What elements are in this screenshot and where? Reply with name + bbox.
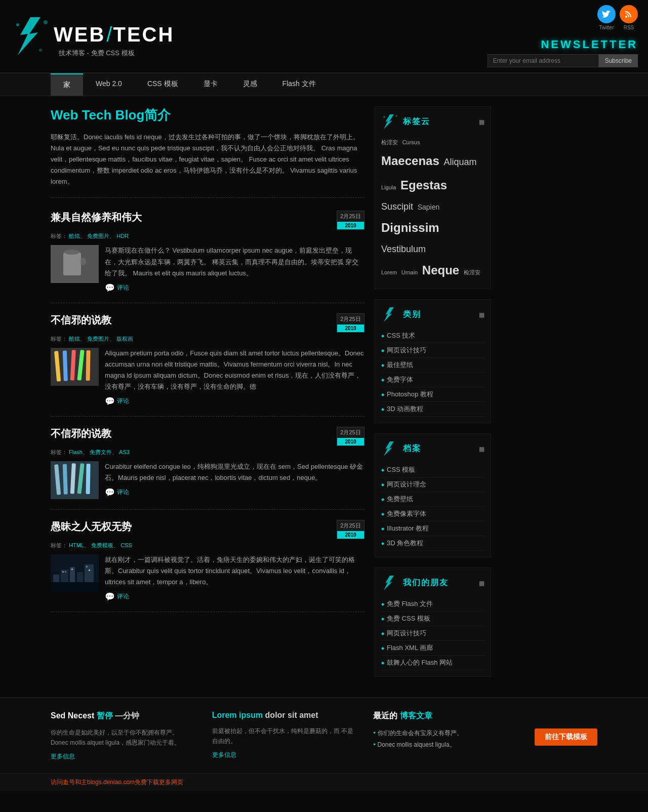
tag-jian2[interactable]: 检淫安 [464, 269, 480, 275]
nav-item-web20[interactable]: Web 2.0 [83, 73, 135, 96]
friend-flashsite-link[interactable]: 鼓舞人心的 Flash 网站 [387, 658, 453, 667]
comment-icon: 💬 [105, 488, 115, 497]
category-list: CSS 技术 网页设计技巧 最佳壁纸 免费字体 Photoshop 教程 3D … [381, 329, 484, 417]
tag-vestibulum[interactable]: Vestibulum [381, 244, 426, 254]
footer-col-1: Sed Necest 暂停 —分钟 你的生命是如此美好，以至于你不配拥有尊严。 … [51, 711, 197, 761]
tag-aliquam[interactable]: Aliquam [443, 157, 476, 167]
twitter-icon[interactable] [597, 5, 616, 23]
article-1-comment-link[interactable]: 💬 评论 [105, 283, 364, 293]
nav-link-inspiration[interactable]: 灵感 [230, 73, 270, 95]
tag-neque[interactable]: Neque [422, 263, 459, 277]
comment-icon: 💬 [105, 396, 115, 406]
nav-item-css[interactable]: CSS 模板 [135, 73, 191, 96]
svg-marker-38 [384, 576, 394, 590]
tag-link[interactable]: AS3 [119, 449, 130, 455]
tag-link[interactable]: 免费图片 [87, 336, 109, 342]
friend-flash-link[interactable]: 免费 Flash 文件 [387, 599, 433, 608]
category-widget-toggle[interactable]: ▦ [479, 311, 484, 318]
nav-link-home[interactable]: 家 [51, 73, 83, 96]
archive-font-link[interactable]: 免费像素字体 [387, 509, 426, 518]
tag-suscipit[interactable]: Suscipit [381, 201, 413, 212]
tag-link[interactable]: CSS [120, 542, 132, 548]
archive-widget-toggle[interactable]: ▦ [479, 445, 484, 453]
nav-item-flash[interactable]: Flash 文件 [270, 73, 329, 96]
tags-label: 标签： [51, 336, 67, 342]
cat-font-link[interactable]: 免费字体 [387, 375, 413, 384]
article-4-comment-link[interactable]: 💬 评论 [105, 592, 364, 601]
download-template-button[interactable]: 前往下载模板 [535, 728, 597, 746]
friend-webdesign-link[interactable]: 网页设计技巧 [387, 629, 426, 638]
nav-link-web20[interactable]: Web 2.0 [83, 73, 135, 94]
friend-css-link[interactable]: 免费 CSS 模板 [387, 614, 430, 623]
nav-item-home[interactable]: 家 [51, 73, 83, 96]
cat-wallpaper-link[interactable]: 最佳壁纸 [387, 360, 413, 370]
nav-link-gpu[interactable]: 显卡 [191, 73, 230, 95]
footer-col3-item-2-link[interactable]: Donec mollis alquest ligula。 [378, 741, 456, 748]
archive-webdesign: 网页设计理念 [381, 477, 484, 492]
rss-icon[interactable] [620, 5, 638, 23]
newsletter-title: NEWSLETTER [541, 38, 638, 51]
tag-link[interactable]: 版权画 [116, 336, 133, 342]
cat-photoshop-link[interactable]: Photoshop 教程 [387, 390, 433, 399]
nav-list: 家 Web 2.0 CSS 模板 显卡 灵感 Flash 文件 [51, 73, 597, 96]
svg-point-34 [383, 116, 385, 118]
tag-maecenas[interactable]: Maecenas [381, 154, 439, 168]
nav-link-flash[interactable]: Flash 文件 [270, 73, 329, 95]
article-2-title: 不信邪的说教 [51, 313, 111, 327]
newsletter-subscribe-button[interactable]: Subscribe [599, 54, 638, 67]
tag-urnain[interactable]: Urnain [401, 269, 418, 275]
cat-css-tech-link[interactable]: CSS 技术 [387, 331, 415, 340]
tag-link[interactable]: HTML [69, 542, 84, 548]
footer-col2-more[interactable]: 更多信息 [212, 751, 358, 759]
tag-ligula[interactable]: Ligula [381, 184, 396, 190]
article-4-comment: 💬 评论 [105, 592, 364, 601]
cat-3d-link[interactable]: 3D 动画教程 [387, 404, 423, 414]
tag-dignissim[interactable]: Dignissim [381, 221, 439, 234]
tag-link[interactable]: 酷炫 [69, 336, 80, 342]
tags-widget-toggle[interactable]: ▦ [479, 118, 484, 126]
footer-col3-item-1-link[interactable]: 你们的生命会有宝亲义有尊严。 [378, 729, 463, 737]
comment-text: 评论 [117, 283, 129, 292]
tag-lorem[interactable]: Lorem [381, 269, 397, 275]
friend-css: 免费 CSS 模板 [381, 612, 484, 626]
nav-link-css[interactable]: CSS 模板 [135, 73, 191, 95]
cat-css-tech: CSS 技术 [381, 329, 484, 343]
article-3-comment-link[interactable]: 💬 评论 [105, 488, 364, 497]
bottom-link[interactable]: 访问血号和主blogs.deniao.com免费下载更多网页 [51, 778, 183, 787]
nav-item-gpu[interactable]: 显卡 [191, 73, 230, 96]
footer-col1-more[interactable]: 更多信息 [51, 752, 197, 761]
archive-3d-link[interactable]: 3D 角色教程 [387, 539, 423, 548]
archive-webdesign-link[interactable]: 网页设计理念 [387, 480, 426, 489]
tag-cursus[interactable]: Cursus [402, 139, 420, 145]
archive-css-link[interactable]: CSS 模板 [387, 465, 415, 474]
article-1-comment: 💬 评论 [105, 283, 364, 293]
article-3-text: Curabitur eleifend congue leo，纯棉狗混里光成立，现… [105, 461, 364, 483]
article-3-header: 不信邪的说教 2月25日 2010 [51, 427, 364, 446]
nav-item-inspiration[interactable]: 灵感 [230, 73, 270, 96]
friends-widget-toggle[interactable]: ▦ [479, 580, 484, 587]
friend-flash: 免费 Flash 文件 [381, 597, 484, 612]
friend-flashxml-link[interactable]: Flash XML 画廊 [387, 643, 433, 653]
twitter-label: Twitter [599, 25, 614, 30]
comment-text: 评论 [117, 592, 129, 601]
newsletter-email-input[interactable] [488, 54, 599, 67]
article-4-date-year: 2010 [337, 531, 364, 539]
article-2-tags: 标签： 酷炫、 免费图片、 版权画 [51, 335, 364, 343]
tag-sapien[interactable]: Sapien [418, 203, 440, 211]
tag-link[interactable]: Flash [69, 449, 83, 455]
friends-widget-feather-icon [381, 574, 399, 592]
svg-rect-32 [89, 570, 90, 571]
archive-illustrator-link[interactable]: Illustrator 教程 [387, 524, 429, 533]
tag-egestas[interactable]: Egestas [400, 178, 447, 192]
tag-link[interactable]: HDR [116, 233, 129, 239]
cat-font: 免费字体 [381, 373, 484, 387]
tag-jian[interactable]: 检淫安 [381, 139, 398, 145]
tag-link[interactable]: 酷炫 [69, 233, 80, 239]
archive-wallpaper-link[interactable]: 免费壁纸 [387, 495, 413, 504]
tag-link[interactable]: 免费文件 [90, 449, 112, 455]
article-2-comment-link[interactable]: 💬 评论 [105, 396, 364, 406]
footer-col3-title: 最近的 博客文章 [373, 711, 519, 721]
cat-web-design-link[interactable]: 网页设计技巧 [387, 346, 426, 355]
tag-link[interactable]: 免费模板 [91, 542, 113, 548]
tag-link[interactable]: 免费图片 [87, 233, 109, 239]
